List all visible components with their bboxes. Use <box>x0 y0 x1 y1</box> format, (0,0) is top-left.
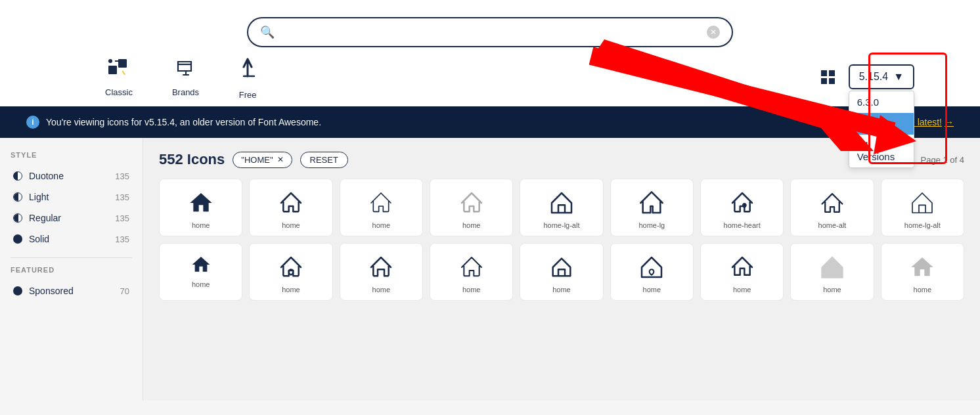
icon-label: home <box>733 286 751 294</box>
version-selector-wrap: 5.15.4 ▼ 6.3.0 5.15.4 All Versions <box>849 64 914 89</box>
icon-card-home-outline3[interactable]: home <box>430 243 513 301</box>
sidebar: STYLE Duotone 135 Light 135 <box>0 138 143 401</box>
classic-icon <box>107 58 131 83</box>
banner-left: i You're viewing icons for v5.15.4, an o… <box>26 116 321 129</box>
style-section-title: STYLE <box>11 151 132 159</box>
sidebar-item-sponsored-left: Sponsored <box>13 286 74 296</box>
classic-label: Classic <box>105 87 133 97</box>
icon-label: home <box>282 221 300 229</box>
tab-free[interactable]: Free <box>238 58 257 106</box>
regular-label: Regular <box>29 213 61 223</box>
icon-label: home-lg <box>638 221 665 229</box>
version-dropdown: 6.3.0 5.15.4 All Versions <box>849 91 914 168</box>
icon-label: home <box>462 221 481 229</box>
icon-count: 552 Icons <box>159 151 225 168</box>
sidebar-item-regular[interactable]: Regular 135 <box>11 207 132 229</box>
icon-label: home <box>823 286 841 294</box>
search-icon: 🔍 <box>260 25 275 39</box>
filter-remove-icon[interactable]: ✕ <box>277 155 284 164</box>
icon-card-home-lg[interactable]: home-lg <box>610 179 694 236</box>
icon-card-home-lg-alt[interactable]: home-lg-alt <box>520 179 603 236</box>
icon-label: home-lg-alt <box>543 221 579 229</box>
version-dropdown-button[interactable]: 5.15.4 ▼ <box>849 64 914 89</box>
sponsored-dot-icon <box>13 286 22 295</box>
icon-label: home <box>192 221 210 229</box>
filter-tag[interactable]: "HOME" ✕ <box>233 152 292 168</box>
main-layout: STYLE Duotone 135 Light 135 <box>0 138 980 401</box>
free-icon <box>238 58 257 86</box>
icon-card-home-outline5[interactable]: home <box>700 243 784 301</box>
icon-card-home-light[interactable]: home <box>340 179 423 236</box>
icon-card-home-grey[interactable]: home <box>430 179 513 236</box>
sidebar-item-solid[interactable]: Solid 135 <box>11 229 132 250</box>
reset-button[interactable]: RESET <box>300 152 348 168</box>
light-dot-icon <box>13 192 22 202</box>
icon-label: home <box>282 286 300 294</box>
sidebar-item-light[interactable]: Light 135 <box>11 186 132 207</box>
brands-label: Brands <box>172 87 199 97</box>
icon-label: home <box>462 286 481 294</box>
icon-card-home-lg-alt-light[interactable]: home-lg-alt <box>881 179 964 236</box>
icon-card-home-solid[interactable]: home <box>159 179 242 236</box>
filter-tag-label: "HOME" <box>241 155 273 165</box>
sidebar-item-duotone[interactable]: Duotone 135 <box>11 165 132 186</box>
svg-rect-3 <box>108 66 117 74</box>
icon-label: home <box>372 286 391 294</box>
sidebar-divider <box>11 257 132 258</box>
icon-card-home-outline2[interactable]: home <box>340 243 423 301</box>
version-option-630[interactable]: 6.3.0 <box>849 91 914 113</box>
sidebar-item-sponsored[interactable]: Sponsored 70 <box>11 280 132 301</box>
duotone-count: 135 <box>115 171 129 181</box>
icon-label: home <box>192 280 210 288</box>
regular-count: 135 <box>115 213 129 223</box>
icon-card-home-small-solid[interactable]: home <box>159 243 242 301</box>
content-header-left: 552 Icons "HOME" ✕ RESET <box>159 151 348 168</box>
icon-grid-row2: home home home <box>159 243 964 301</box>
icon-label: home <box>914 286 932 294</box>
icon-card-home-heart-outline[interactable]: home <box>249 243 332 301</box>
search-bar-container: 🔍 home ✕ <box>26 11 954 58</box>
duotone-dot-icon <box>13 171 22 181</box>
icon-card-home-alt[interactable]: home-alt <box>790 179 874 236</box>
solid-dot-icon <box>13 234 22 244</box>
icon-card-home-heart2[interactable]: home <box>610 243 694 301</box>
light-count: 135 <box>115 192 129 202</box>
banner-message: You're viewing icons for v5.15.4, an old… <box>46 117 321 127</box>
sidebar-item-duotone-left: Duotone <box>13 171 64 181</box>
content-header: 552 Icons "HOME" ✕ RESET Page 1 of 4 <box>159 151 964 168</box>
icon-card-home-heart[interactable]: home-heart <box>700 179 784 236</box>
icon-card-home-grey2[interactable]: home <box>790 243 874 301</box>
icon-label: home-alt <box>818 221 847 229</box>
solid-count: 135 <box>115 234 129 244</box>
featured-section-title: FEATURED <box>11 266 132 274</box>
version-option-5154[interactable]: 5.15.4 <box>849 113 914 135</box>
icon-label: home-lg-alt <box>904 221 941 229</box>
page-info: Page 1 of 4 <box>921 155 965 165</box>
sidebar-item-light-left: Light <box>13 192 49 202</box>
search-bar: 🔍 home ✕ <box>247 17 733 47</box>
icon-card-home-outline4[interactable]: home <box>520 243 603 301</box>
version-option-all[interactable]: All Versions <box>849 135 914 167</box>
category-tabs: Classic Brands <box>53 58 257 106</box>
tab-classic[interactable]: Classic <box>105 58 133 106</box>
sidebar-item-solid-left: Solid <box>13 234 49 244</box>
svg-point-5 <box>108 59 112 63</box>
clear-search-button[interactable]: ✕ <box>707 26 720 39</box>
arrow-right-icon: → <box>945 117 954 127</box>
sponsored-count: 70 <box>120 286 129 296</box>
duotone-label: Duotone <box>29 171 64 181</box>
icon-card-home-grey3[interactable]: home <box>881 243 964 301</box>
version-current-label: 5.15.4 <box>859 71 888 83</box>
brands-icon <box>175 58 196 83</box>
sidebar-item-regular-left: Regular <box>13 213 61 223</box>
icon-label: home <box>372 221 391 229</box>
tab-brands[interactable]: Brands <box>172 58 199 106</box>
dropdown-arrow-icon: ▼ <box>893 71 904 83</box>
search-input[interactable]: home <box>281 26 700 39</box>
icon-label: home <box>643 286 661 294</box>
light-label: Light <box>29 192 49 202</box>
icon-card-home-outline[interactable]: home <box>249 179 332 236</box>
free-label: Free <box>239 90 257 100</box>
grid-view-icon[interactable] <box>821 70 835 84</box>
icon-grid-row1: home home home home <box>159 179 964 236</box>
